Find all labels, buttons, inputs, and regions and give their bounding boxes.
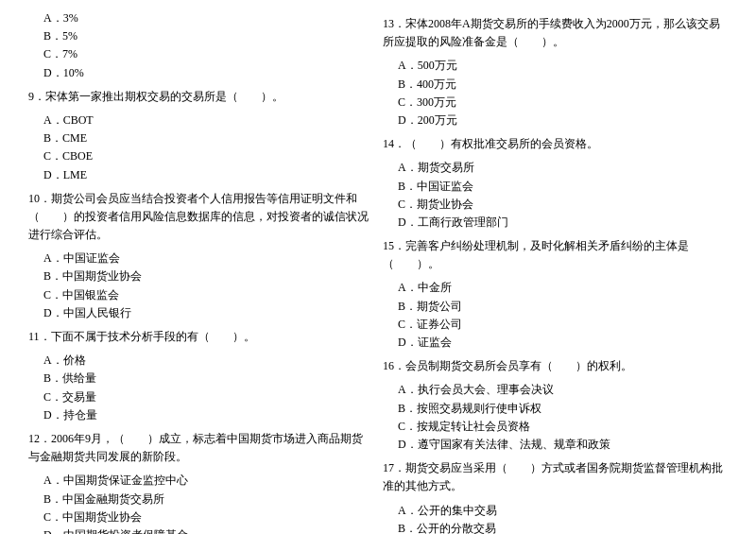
option-text: B．中国证监会	[383, 178, 728, 196]
option-text: A．中国期货保证金监控中心	[28, 472, 373, 490]
question-text: 14．（ ）有权批准交易所的会员资格。	[383, 135, 728, 153]
option-text: D．LME	[28, 166, 373, 184]
page-wrapper: A．3%B．5%C．7%D．10%9．宋体第一家推出期权交易的交易所是（ ）。A…	[28, 9, 728, 534]
option-text: A．中金所	[383, 279, 728, 297]
option-text: D．10%	[28, 64, 373, 82]
question-text: 13．宋体2008年A期货交易所的手续费收入为2000万元，那么该交易所应提取的…	[383, 15, 728, 51]
option-text: A．中国证监会	[28, 250, 373, 267]
option-text: C．7%	[28, 45, 373, 63]
option-text: C．中国期货业协会	[28, 508, 373, 526]
question-text: 15．完善客户纠纷处理机制，及时化解相关矛盾纠纷的主体是（ ）。	[383, 237, 728, 273]
right-column: 13．宋体2008年A期货交易所的手续费收入为2000万元，那么该交易所应提取的…	[383, 9, 728, 534]
option-text: C．交易量	[28, 388, 373, 406]
question-text: 9．宋体第一家推出期权交易的交易所是（ ）。	[28, 88, 373, 106]
option-text: B．中国金融期货交易所	[28, 491, 373, 508]
option-text: B．供给量	[28, 370, 373, 388]
option-text: B．中国期货业协会	[28, 267, 373, 285]
option-text: D．工商行政管理部门	[383, 214, 728, 232]
option-text: B．400万元	[383, 76, 728, 94]
option-text: B．公开的分散交易	[383, 520, 728, 534]
option-text: A．CBOT	[28, 112, 373, 129]
option-text: D．遵守国家有关法律、法规、规章和政策	[383, 436, 728, 454]
option-text: C．300万元	[383, 94, 728, 112]
option-text: D．中国期货投资者保障基金	[28, 526, 373, 534]
option-text: C．按规定转让社会员资格	[383, 418, 728, 436]
option-text: D．持仓量	[28, 406, 373, 424]
option-text: C．中国银监会	[28, 286, 373, 304]
option-text: B．5%	[28, 27, 373, 45]
option-text: A．期货交易所	[383, 159, 728, 177]
left-column: A．3%B．5%C．7%D．10%9．宋体第一家推出期权交易的交易所是（ ）。A…	[28, 9, 373, 534]
option-text: C．CBOE	[28, 147, 373, 165]
option-text: A．3%	[28, 9, 373, 27]
option-text: A．价格	[28, 352, 373, 370]
option-text: B．期货公司	[383, 298, 728, 316]
question-text: 11．下面不属于技术分析手段的有（ ）。	[28, 328, 373, 346]
option-text: C．证券公司	[383, 316, 728, 334]
question-text: 16．会员制期货交易所会员享有（ ）的权利。	[383, 357, 728, 375]
question-text: 12．2006年9月，（ ）成立，标志着中国期货市场进入商品期货与金融期货共同发…	[28, 430, 373, 466]
question-text: 17．期货交易应当采用（ ）方式或者国务院期货监督管理机构批准的其他方式。	[383, 459, 728, 495]
question-text: 10．期货公司会员应当结合投资者个人信用报告等信用证明文件和（ ）的投资者信用风…	[28, 190, 373, 245]
option-text: A．执行会员大会、理事会决议	[383, 381, 728, 399]
two-column-layout: A．3%B．5%C．7%D．10%9．宋体第一家推出期权交易的交易所是（ ）。A…	[28, 9, 728, 534]
option-text: A．公开的集中交易	[383, 502, 728, 520]
option-text: C．期货业协会	[383, 196, 728, 214]
option-text: B．按照交易规则行使申诉权	[383, 400, 728, 418]
option-text: D．证监会	[383, 334, 728, 352]
option-text: D．200万元	[383, 112, 728, 129]
option-text: A．500万元	[383, 57, 728, 75]
option-text: B．CME	[28, 129, 373, 147]
option-text: D．中国人民银行	[28, 304, 373, 322]
